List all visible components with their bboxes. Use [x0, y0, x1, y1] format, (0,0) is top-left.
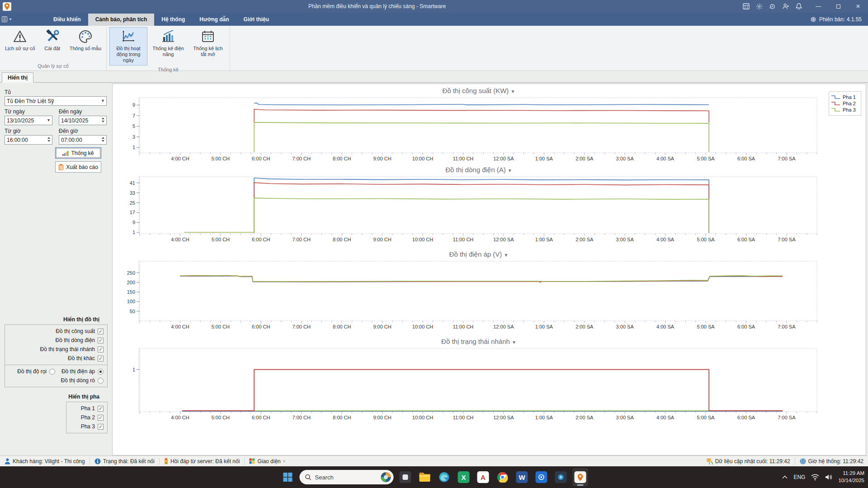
taskbar-app-chrome[interactable] — [495, 468, 510, 486]
svg-text:10:00 CH: 10:00 CH — [412, 324, 434, 329]
svg-text:8:00 CH: 8:00 CH — [333, 156, 351, 161]
add-user-icon[interactable] — [782, 3, 789, 9]
taskbar-app-word[interactable]: W — [514, 468, 530, 486]
from-time-input[interactable]: 16:00:00 — [5, 135, 52, 145]
checkbox-row-khac[interactable]: Đồ thị khác✓ — [8, 354, 104, 363]
export-report-button[interactable]: Xuất báo cáo — [55, 161, 101, 173]
radio-unselected[interactable] — [49, 369, 55, 375]
branch-status-chart-title[interactable]: Đồ thị trạng thái nhánh ▼ — [124, 337, 833, 346]
tab-hien-thi[interactable]: Hiển thị — [2, 72, 33, 83]
legend-item-pha-1: Pha 1 — [831, 94, 859, 100]
panel-grid-icon[interactable] — [743, 3, 750, 9]
status-bar: Khách hàng: Vilight - Thi công Trạng thá… — [0, 455, 868, 466]
interface-icon — [249, 458, 255, 464]
svg-text:200: 200 — [127, 280, 135, 285]
ribbon-group-label-thong-ke: Thống kê — [109, 66, 227, 74]
radio-unselected[interactable] — [98, 378, 104, 384]
svg-text:3:00 SA: 3:00 SA — [616, 156, 634, 161]
to-date-input[interactable]: 14/10/2025 — [59, 116, 107, 125]
date-spinner[interactable] — [100, 117, 106, 122]
cabinet-select[interactable]: Tủ Đền Thờ Liệt Sỹ ▼ — [5, 96, 107, 106]
energy-statistics-button[interactable]: Thống kê điện năng — [149, 27, 187, 59]
checkbox-row-cong-suat[interactable]: Đồ thị công suất✓ — [8, 327, 104, 336]
checkbox-row-pha-3[interactable]: Pha 3✓ — [69, 422, 104, 431]
checkbox-checked[interactable]: ✓ — [98, 347, 104, 352]
current-chart-title[interactable]: Đồ thị dòng điện (A) ▼ — [124, 165, 833, 174]
svg-text:6:00 SA: 6:00 SA — [737, 324, 755, 329]
svg-text:9: 9 — [132, 102, 135, 108]
legend-line-icon — [831, 101, 841, 106]
svg-text:50: 50 — [130, 309, 135, 314]
svg-text:12:00 SA: 12:00 SA — [493, 415, 514, 420]
settings-gear-icon[interactable] — [756, 3, 763, 10]
taskbar-app-edge[interactable] — [437, 468, 452, 486]
interface-menu[interactable]: Giao diện ˅ — [245, 458, 290, 465]
checkbox-checked[interactable]: ✓ — [98, 415, 104, 421]
to-time-input[interactable]: 07:00:00 — [59, 135, 107, 145]
checkbox-checked[interactable]: ✓ — [98, 406, 104, 412]
svg-text:5:00 CH: 5:00 CH — [212, 237, 230, 242]
checkbox-row-pha-2[interactable]: Pha 2✓ — [69, 413, 104, 422]
menu-tab-gioi-thieu[interactable]: Giới thiệu — [236, 14, 277, 26]
onoff-schedule-statistics-button[interactable]: Thống kê lịch tắt mở — [189, 27, 227, 59]
minimize-button[interactable]: — — [808, 0, 828, 13]
close-button[interactable]: ✕ — [848, 0, 868, 13]
tray-clock[interactable]: 11:29 AM 10/14/2025 — [838, 470, 864, 484]
maximize-button[interactable] — [828, 0, 848, 13]
checkbox-row-dong-dien[interactable]: Đồ thị dòng điện✓ — [8, 336, 104, 345]
search-input[interactable]: Search — [300, 470, 394, 484]
tray-language[interactable]: ENG — [793, 474, 805, 480]
menu-tab-dieu-khien[interactable]: Điều khiển — [46, 14, 88, 26]
checkbox-row-trang-thai-nhanh[interactable]: Đồ thị trạng thái nhánh✓ — [8, 345, 104, 354]
checkbox-checked[interactable]: ✓ — [98, 424, 104, 430]
server-status: Hồi đáp từ server: Đã kết nối — [160, 458, 245, 465]
radio-row-do-roi[interactable]: Đồ thị độ rọi — [8, 367, 56, 376]
history-icon[interactable] — [769, 3, 776, 10]
settings-button[interactable]: Cài đặt — [39, 27, 66, 53]
svg-text:2:00 SA: 2:00 SA — [576, 324, 594, 329]
menu-tab-canh-bao-phan-tich[interactable]: Cảnh báo, phân tích — [88, 14, 155, 26]
checkbox-checked[interactable]: ✓ — [98, 338, 104, 343]
tray-chevron-up-icon[interactable] — [782, 475, 788, 479]
svg-text:1:00 SA: 1:00 SA — [535, 156, 553, 161]
taskbar-app-excel[interactable]: X — [456, 468, 472, 486]
phase-visibility-group: Pha 1✓ Pha 2✓ Pha 3✓ — [66, 402, 108, 433]
menu-burger-icon[interactable] — [0, 13, 14, 26]
svg-text:7: 7 — [132, 113, 135, 118]
statistics-button[interactable]: Thống kê — [55, 147, 101, 159]
power-chart-title[interactable]: Đồ thị công suất (KW) ▼ — [124, 86, 833, 95]
notifications-bell-icon[interactable] — [796, 3, 802, 10]
wifi-icon[interactable] — [811, 474, 819, 480]
taskbar-app-acad[interactable]: A — [476, 468, 491, 486]
from-date-input[interactable]: 13/10/2025 ▼ — [5, 116, 52, 125]
taskbar-app-smartware-active[interactable] — [573, 468, 588, 486]
voltage-chart-title[interactable]: Đồ thị điện áp (V) ▼ — [124, 249, 833, 258]
svg-text:5:00 CH: 5:00 CH — [212, 156, 230, 161]
svg-text:7:00 CH: 7:00 CH — [292, 237, 311, 242]
sample-parameters-button[interactable]: Thông số mẫu — [67, 27, 104, 53]
svg-text:6:00 SA: 6:00 SA — [737, 415, 755, 420]
time-spinner[interactable] — [46, 136, 52, 142]
checkbox-row-pha-1[interactable]: Pha 1✓ — [69, 404, 104, 413]
svg-text:5: 5 — [132, 123, 135, 129]
chart-visibility-group: Đồ thị công suất✓ Đồ thị dòng điện✓ Đồ t… — [5, 324, 108, 365]
time-spinner[interactable] — [100, 136, 106, 142]
daily-activity-chart-button[interactable]: Đồ thị hoạt động trong ngày — [109, 27, 147, 66]
taskbar-app-media[interactable] — [553, 468, 569, 486]
menu-tab-huong-dan[interactable]: Hướng dẫn — [192, 14, 236, 26]
menu-tab-he-thong[interactable]: Hệ thống — [154, 14, 192, 26]
taskbar-app-file-explorer[interactable] — [417, 468, 433, 486]
radio-selected[interactable] — [98, 369, 104, 375]
taskbar-app-copilot[interactable] — [398, 468, 413, 486]
checkbox-checked[interactable]: ✓ — [98, 328, 104, 334]
radio-row-dien-ap[interactable]: Đồ thị điện áp — [56, 367, 104, 376]
incident-history-button[interactable]: Lịch sử sự cố — [3, 27, 38, 53]
taskbar-app-photos[interactable] — [534, 468, 549, 486]
svg-text:4:00 SA: 4:00 SA — [656, 324, 675, 329]
radio-row-dong-ro[interactable]: Đồ thị dòng rò — [56, 376, 104, 385]
speaker-icon[interactable] — [825, 474, 832, 480]
start-button[interactable] — [280, 468, 296, 486]
svg-text:1:00 SA: 1:00 SA — [535, 324, 553, 329]
checkbox-checked[interactable]: ✓ — [98, 356, 104, 361]
svg-text:3: 3 — [132, 134, 135, 140]
